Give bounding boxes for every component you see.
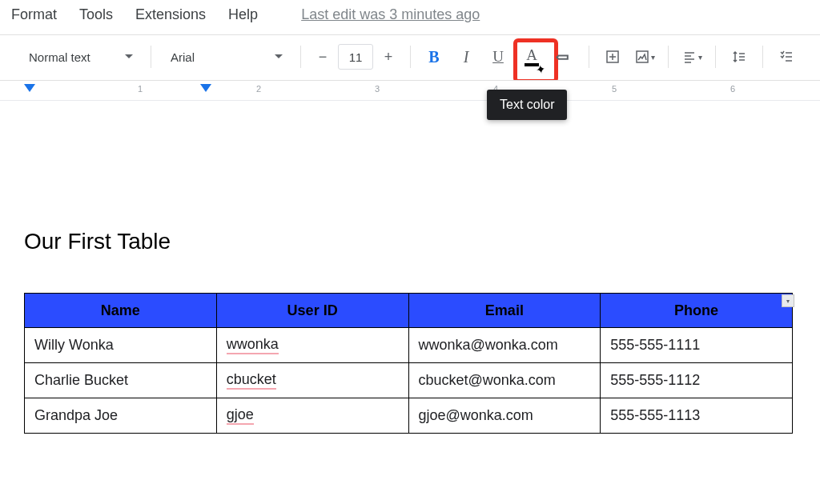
page-title[interactable]: Our First Table bbox=[24, 229, 796, 254]
col-name[interactable]: Name bbox=[25, 294, 217, 328]
ruler[interactable]: 1 2 3 4 5 6 bbox=[0, 80, 820, 101]
data-table[interactable]: Name User ID Email Phone Willy Wonka wwo… bbox=[24, 293, 793, 434]
cell-userid[interactable]: gjoe bbox=[216, 398, 408, 434]
underline-button[interactable]: U bbox=[484, 43, 512, 70]
toolbar: Normal text Arial − + B I U A ✦ ▾ ▾ bbox=[0, 35, 820, 78]
separator bbox=[151, 46, 151, 68]
table-row[interactable]: Willy Wonka wwonka wwonka@wonka.com 555-… bbox=[25, 328, 793, 363]
cell-userid[interactable]: wwonka bbox=[216, 328, 408, 363]
chevron-down-icon: ▾ bbox=[651, 53, 655, 62]
text-color-highlight-wrap: A ✦ bbox=[518, 43, 545, 70]
ruler-number: 3 bbox=[375, 84, 380, 94]
font-family-label: Arial bbox=[171, 50, 195, 64]
ruler-number: 5 bbox=[612, 84, 617, 94]
cell-userid[interactable]: cbucket bbox=[216, 363, 408, 398]
increase-font-button[interactable]: + bbox=[376, 44, 400, 70]
document-body[interactable]: Our First Table Name User ID Email Phone… bbox=[0, 101, 820, 434]
cell-email[interactable]: cbucket@wonka.com bbox=[408, 363, 601, 398]
paragraph-style-label: Normal text bbox=[29, 50, 90, 64]
font-size-input[interactable] bbox=[338, 44, 373, 70]
separator bbox=[300, 46, 301, 68]
font-family-dropdown[interactable]: Arial bbox=[161, 47, 291, 67]
menu-bar: Format Tools Extensions Help Last edit w… bbox=[0, 0, 820, 34]
decrease-font-button[interactable]: − bbox=[311, 44, 335, 70]
column-handle-icon[interactable]: ▾ bbox=[782, 294, 794, 307]
italic-button[interactable]: I bbox=[452, 43, 480, 70]
line-spacing-icon bbox=[732, 50, 746, 64]
cell-phone[interactable]: 555-555-1113 bbox=[601, 398, 793, 434]
plus-box-icon bbox=[605, 50, 620, 64]
separator bbox=[589, 46, 589, 68]
checklist-button[interactable] bbox=[773, 43, 800, 70]
cell-name[interactable]: Charlie Bucket bbox=[25, 363, 217, 398]
bold-button[interactable]: B bbox=[420, 43, 448, 70]
highlight-color-button[interactable] bbox=[552, 43, 579, 70]
ruler-number: 2 bbox=[256, 84, 261, 94]
svg-rect-1 bbox=[637, 51, 648, 62]
insert-link-button[interactable] bbox=[599, 43, 626, 70]
checklist-icon bbox=[779, 50, 794, 64]
menu-help[interactable]: Help bbox=[228, 6, 258, 23]
table-row[interactable]: Grandpa Joe gjoe gjoe@wonka.com 555-555-… bbox=[25, 398, 793, 434]
paragraph-style-dropdown[interactable]: Normal text bbox=[19, 47, 141, 67]
last-edit-link[interactable]: Last edit was 3 minutes ago bbox=[301, 6, 480, 23]
col-userid[interactable]: User ID bbox=[216, 294, 408, 328]
separator bbox=[715, 46, 716, 68]
cell-email[interactable]: wwonka@wonka.com bbox=[408, 328, 601, 363]
indent-marker[interactable] bbox=[200, 84, 211, 92]
cell-name[interactable]: Willy Wonka bbox=[25, 328, 217, 363]
chevron-down-icon bbox=[125, 54, 133, 59]
cell-phone[interactable]: 555-555-1112 bbox=[601, 363, 793, 398]
separator bbox=[762, 46, 763, 68]
chevron-down-icon bbox=[275, 54, 283, 59]
menu-format[interactable]: Format bbox=[11, 6, 57, 23]
insert-image-button[interactable]: ▾ bbox=[631, 43, 658, 70]
separator bbox=[668, 46, 669, 68]
col-phone[interactable]: Phone bbox=[601, 294, 793, 328]
line-spacing-button[interactable] bbox=[726, 43, 753, 70]
cursor-icon: ✦ bbox=[535, 62, 548, 78]
left-margin-marker[interactable] bbox=[24, 84, 35, 92]
menu-tools[interactable]: Tools bbox=[79, 6, 113, 23]
cell-name[interactable]: Grandpa Joe bbox=[25, 398, 217, 434]
align-button[interactable]: ▾ bbox=[678, 43, 705, 70]
chevron-down-icon: ▾ bbox=[698, 53, 702, 62]
text-color-tooltip: Text color bbox=[487, 90, 567, 120]
cell-phone[interactable]: 555-555-1111 bbox=[601, 328, 793, 363]
marker-icon bbox=[555, 46, 575, 66]
menu-extensions[interactable]: Extensions bbox=[135, 6, 206, 23]
ruler-number: 6 bbox=[730, 84, 735, 94]
align-icon bbox=[682, 50, 697, 64]
cell-email[interactable]: gjoe@wonka.com bbox=[408, 398, 601, 434]
font-size-stepper[interactable]: − + bbox=[311, 44, 400, 70]
table-header-row: Name User ID Email Phone bbox=[25, 294, 793, 328]
ruler-number: 1 bbox=[138, 84, 143, 94]
separator bbox=[410, 46, 411, 68]
table-row[interactable]: Charlie Bucket cbucket cbucket@wonka.com… bbox=[25, 363, 793, 398]
image-icon bbox=[635, 50, 649, 64]
col-email[interactable]: Email bbox=[408, 294, 601, 328]
